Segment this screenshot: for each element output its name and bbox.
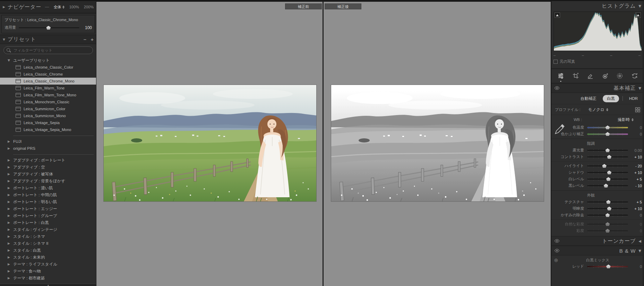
chevron-down-icon[interactable]: ▼ [8, 59, 13, 62]
chevron-right-icon[interactable]: ▶ [8, 242, 13, 245]
chevron-right-icon[interactable]: ▶ [8, 147, 13, 150]
preset-item[interactable]: Leica_Film_Warm_Tone_Mono [0, 92, 96, 98]
zoom-option[interactable]: 100% [69, 5, 79, 9]
preset-item[interactable]: Leica_Vintage_Sepia_Mono [0, 126, 96, 133]
remove-preset-button[interactable]: − [83, 37, 86, 42]
preset-item[interactable]: Leica_Summicron_Color [0, 105, 96, 112]
preset-list-scroll-hint[interactable]: ▼ [0, 284, 96, 286]
slider-groove[interactable] [587, 165, 628, 167]
basic-collapse-icon[interactable]: ▼ [638, 86, 641, 90]
basic-visibility-eye-icon[interactable] [554, 85, 560, 91]
preset-group-ポートレート : 白黒[interactable]: ▶ポートレート : 白黒 [0, 219, 96, 226]
preset-group-スタイル : シネマ[interactable]: ▶スタイル : シネマ [0, 233, 96, 240]
basic-panel-header[interactable]: 基本補正 ▼ [551, 83, 644, 93]
tone-curve-expand-icon[interactable]: ◀ [638, 239, 641, 243]
histogram[interactable] [553, 11, 642, 51]
preset-group-アダプティブ : 空[interactable]: ▶アダプティブ : 空 [0, 164, 96, 171]
chevron-right-icon[interactable]: ▶ [8, 140, 13, 143]
zoom-option[interactable]: 200% [84, 5, 94, 9]
mode-button-白黒[interactable]: 白黒 [603, 95, 619, 102]
preset-item[interactable]: Leica_Film_Warm_Tone [0, 85, 96, 92]
chevron-right-icon[interactable]: ▶ [8, 172, 13, 176]
chevron-right-icon[interactable]: ▶ [8, 262, 13, 266]
chevron-right-icon[interactable]: ▶ [8, 269, 13, 273]
chevron-right-icon[interactable]: ▶ [8, 249, 13, 252]
preset-search-box[interactable] [3, 46, 93, 54]
healing-tool-icon[interactable] [585, 71, 595, 81]
tone-curve-visibility-eye-icon[interactable] [554, 238, 560, 244]
slider-track[interactable] [587, 213, 628, 217]
before-after-divider[interactable] [323, 2, 324, 286]
highlight-clipping-indicator[interactable] [635, 12, 641, 18]
slider-track[interactable] [587, 132, 628, 136]
zoom-option[interactable]: 全体 [54, 5, 65, 10]
mode-button-HDR[interactable]: HDR [626, 95, 641, 102]
navigator-collapse-icon[interactable]: ▶ [3, 5, 8, 9]
bw-collapse-icon[interactable]: ▼ [638, 249, 641, 253]
white-balance-eyedropper-icon[interactable] [553, 123, 565, 136]
crop-tool-icon[interactable] [570, 71, 581, 81]
chevron-right-icon[interactable]: ▶ [8, 255, 13, 259]
slider-track[interactable] [587, 264, 628, 269]
slider-track[interactable] [587, 222, 628, 226]
amount-slider-thumb[interactable] [46, 26, 51, 30]
slider-track[interactable] [587, 177, 628, 181]
slider-track[interactable] [587, 200, 628, 204]
preset-group-スタイル : シネマ II[interactable]: ▶スタイル : シネマ II [0, 240, 96, 247]
sync-tool-icon[interactable] [629, 71, 640, 81]
tone-curve-header[interactable]: トーンカーブ ◀ [551, 236, 644, 246]
mode-button-自動補正[interactable]: 自動補正 [578, 95, 599, 102]
preset-item[interactable]: Leica_chrome_Classic_Color [0, 64, 96, 71]
preset-item[interactable]: Leica_Summicron_Mono [0, 112, 96, 119]
preset-item[interactable]: Leica_Vintage_Sepia [0, 119, 96, 126]
slider-track[interactable] [587, 206, 628, 211]
slider-track[interactable] [587, 164, 628, 168]
show-original-row[interactable]: 元の写真 [551, 57, 644, 67]
amount-slider[interactable] [19, 26, 79, 30]
chevron-right-icon[interactable]: ▶ [8, 228, 13, 231]
chevron-right-icon[interactable]: ▶ [8, 235, 13, 238]
preset-group-FUJI[interactable]: ▶FUJI [0, 138, 96, 145]
slider-track[interactable] [587, 155, 628, 159]
chevron-right-icon[interactable]: ▶ [8, 214, 13, 217]
histogram-header[interactable]: ヒストグラム ▼ [551, 1, 644, 11]
preset-item[interactable]: Leica_Classic_Chrome_Mono [0, 78, 96, 85]
preset-group-スタイル : 白黒[interactable]: ▶スタイル : 白黒 [0, 247, 96, 254]
preset-group-ポートレート : 中間の肌[interactable]: ▶ポートレート : 中間の肌 [0, 191, 96, 198]
preset-item[interactable]: Leica_Classic_Chrome [0, 71, 96, 78]
preset-group-ポートレート : エッジー[interactable]: ▶ポートレート : エッジー [0, 205, 96, 212]
slider-track[interactable] [587, 148, 628, 153]
preset-group-アダプティブ : 背景をぼかす[interactable]: ▶アダプティブ : 背景をぼかす [0, 177, 96, 184]
profile-select[interactable]: モノクロ [588, 107, 608, 112]
bw-panel-header[interactable]: B & W ▼ [551, 246, 644, 255]
right-panel-scrollbar[interactable] [643, 1, 644, 286]
slider-track[interactable] [587, 228, 628, 233]
profile-browser-grid-icon[interactable] [635, 107, 641, 113]
show-original-checkbox[interactable] [553, 60, 558, 64]
preset-group-ユーザープリセット[interactable]: ▼ユーザープリセット [0, 57, 96, 64]
targeted-adjustment-icon[interactable]: ◎ [554, 258, 558, 262]
red-eye-tool-icon[interactable] [600, 71, 610, 81]
chevron-right-icon[interactable]: ▶ [8, 221, 13, 224]
edit-tool-icon[interactable] [556, 71, 566, 81]
preset-group-ポートレート : 明るい肌[interactable]: ▶ポートレート : 明るい肌 [0, 198, 96, 205]
chevron-right-icon[interactable]: ▶ [8, 179, 13, 183]
preset-group-テーマ : 都市建築[interactable]: ▶テーマ : 都市建築 [0, 275, 96, 281]
chevron-right-icon[interactable]: ▶ [8, 207, 13, 210]
preset-group-スタイル : ヴィンテージ[interactable]: ▶スタイル : ヴィンテージ [0, 226, 96, 233]
slider-track[interactable] [587, 170, 628, 175]
masking-tool-icon[interactable] [615, 71, 625, 81]
preset-group-ポートレート : 濃い肌[interactable]: ▶ポートレート : 濃い肌 [0, 184, 96, 191]
shadow-clipping-indicator[interactable] [555, 12, 560, 18]
navigator-header[interactable]: ▶ ナビゲーター — 全体100%200% [0, 1, 96, 14]
preset-group-テーマ : ライフスタイル[interactable]: ▶テーマ : ライフスタイル [0, 261, 96, 268]
histogram-collapse-icon[interactable]: ▼ [638, 4, 641, 8]
presets-collapse-icon[interactable]: ▼ [3, 38, 8, 41]
bw-visibility-eye-icon[interactable] [554, 248, 560, 253]
preset-group-スタイル : 未来的[interactable]: ▶スタイル : 未来的 [0, 254, 96, 261]
preset-group-テーマ : 食べ物[interactable]: ▶テーマ : 食べ物 [0, 268, 96, 275]
chevron-right-icon[interactable]: ▶ [8, 193, 13, 197]
preset-item[interactable]: Leica_Monochrom_Classic [0, 98, 96, 105]
preset-group-original PRS[interactable]: ▶original PRS [0, 145, 96, 152]
chevron-right-icon[interactable]: ▶ [8, 186, 13, 190]
